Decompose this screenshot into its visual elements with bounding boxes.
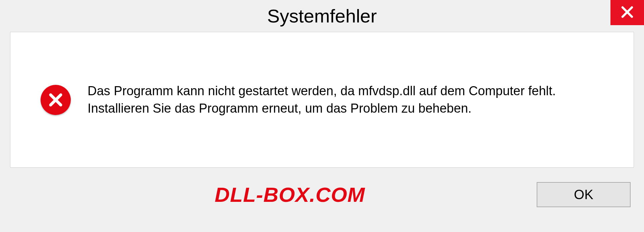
titlebar: Systemfehler: [0, 0, 644, 32]
footer: DLL-BOX.COM OK: [0, 168, 644, 221]
error-message: Das Programm kann nicht gestartet werden…: [88, 82, 620, 117]
content-area: Das Programm kann nicht gestartet werden…: [10, 32, 634, 168]
error-icon: [41, 85, 71, 115]
watermark-text: DLL-BOX.COM: [215, 183, 365, 207]
error-dialog: Systemfehler Das Programm kann nicht ges…: [0, 0, 644, 232]
dialog-title: Systemfehler: [267, 5, 377, 27]
ok-button[interactable]: OK: [537, 182, 631, 207]
close-button[interactable]: [610, 0, 644, 25]
close-icon: [619, 4, 635, 21]
